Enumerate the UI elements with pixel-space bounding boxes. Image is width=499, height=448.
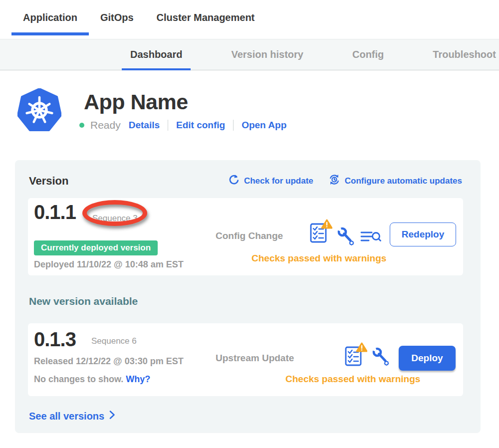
status-label: Ready xyxy=(90,119,121,131)
tab-config[interactable]: Config xyxy=(344,39,392,70)
currently-deployed-badge: Currently deployed version xyxy=(34,240,158,255)
new-version-number: 0.1.3 xyxy=(34,328,76,351)
preflight-checklist-warning-icon[interactable] xyxy=(309,218,332,248)
kubernetes-logo-icon xyxy=(17,88,61,132)
app-header: App Name Ready Details Edit config Open … xyxy=(0,88,499,132)
deploy-button[interactable]: Deploy xyxy=(399,346,456,371)
divider xyxy=(168,120,168,131)
divider xyxy=(233,120,234,131)
config-wrench-icon[interactable] xyxy=(337,227,355,248)
new-change-type: Upstream Update xyxy=(216,353,294,364)
new-version-heading: New version available xyxy=(29,295,481,307)
no-changes-text: No changes to show. Why? xyxy=(34,374,150,385)
why-link[interactable]: Why? xyxy=(126,374,150,384)
status-dot-icon xyxy=(79,123,84,128)
tab-cluster-management[interactable]: Cluster Management xyxy=(145,0,266,35)
open-app-link[interactable]: Open App xyxy=(242,120,286,131)
tab-application[interactable]: Application xyxy=(11,0,89,35)
new-checks-status: Checks passed with warnings xyxy=(285,374,420,385)
check-for-update-label: Check for update xyxy=(244,176,313,186)
redeploy-button[interactable]: Redeploy xyxy=(390,223,456,246)
preflight-checklist-warning-icon[interactable] xyxy=(344,341,367,371)
new-version-card: 0.1.3 Sequence 6 Released 12/12/22 @ 03:… xyxy=(28,323,463,396)
app-status-row: Ready Details Edit config Open App xyxy=(79,119,286,131)
status-badge: Ready xyxy=(79,119,121,131)
version-panel: Version Check for update xyxy=(15,160,481,433)
current-change-type: Config Change xyxy=(216,230,283,241)
primary-nav: Application GitOps Cluster Management xyxy=(0,0,499,35)
current-version-number: 0.1.1 xyxy=(34,201,76,224)
refresh-icon xyxy=(229,174,240,188)
current-sequence-label: Sequence 3 xyxy=(92,214,138,224)
details-link[interactable]: Details xyxy=(129,120,160,131)
tab-dashboard[interactable]: Dashboard xyxy=(122,39,191,70)
see-all-versions-link[interactable]: See all versions xyxy=(29,410,115,422)
tab-gitops[interactable]: GitOps xyxy=(89,0,145,35)
current-checks-status: Checks passed with warnings xyxy=(251,253,386,264)
released-timestamp: Released 12/12/22 @ 03:30 pm EST xyxy=(34,356,184,367)
view-files-search-icon[interactable] xyxy=(360,230,381,246)
current-version-card: 0.1.1 Sequence 3 Currently deployed vers… xyxy=(28,198,463,275)
deployed-timestamp: Deployed 11/10/22 @ 10:48 am EST xyxy=(34,259,184,270)
tab-troubleshoot[interactable]: Troubleshoot xyxy=(424,39,499,70)
configure-automatic-updates-link[interactable]: Configure automatic updates xyxy=(328,174,462,188)
tab-version-history[interactable]: Version history xyxy=(223,39,312,70)
chevron-right-icon xyxy=(109,410,115,422)
check-for-update-link[interactable]: Check for update xyxy=(229,174,313,188)
see-all-versions-label: See all versions xyxy=(29,411,104,422)
page-title: App Name xyxy=(84,90,286,114)
app-nav: Dashboard Version history Config Trouble… xyxy=(0,39,499,70)
version-section-title: Version xyxy=(29,175,68,188)
new-sequence-label: Sequence 6 xyxy=(91,336,137,346)
edit-config-link[interactable]: Edit config xyxy=(176,120,225,131)
auto-update-clock-icon xyxy=(328,174,340,188)
no-changes-label: No changes to show. xyxy=(34,374,126,384)
config-wrench-icon[interactable] xyxy=(372,347,390,368)
configure-automatic-updates-label: Configure automatic updates xyxy=(345,176,462,186)
